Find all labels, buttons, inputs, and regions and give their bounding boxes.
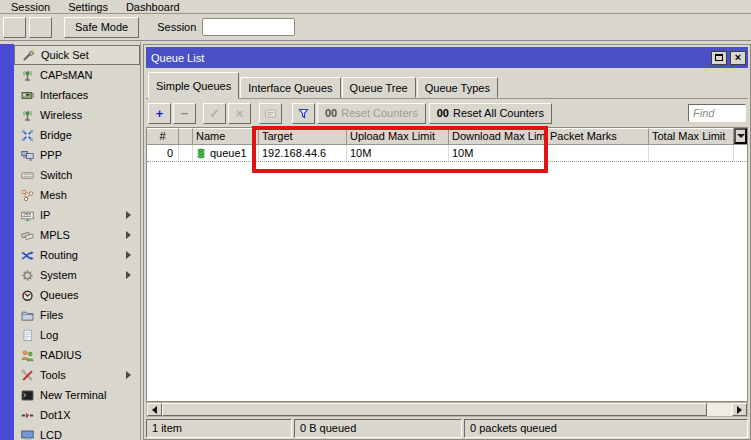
tab-simple-queues[interactable]: Simple Queues — [148, 72, 239, 99]
sidebar-item-label: LCD — [40, 429, 62, 440]
submenu-arrow-icon — [126, 371, 131, 379]
column-header-flags[interactable] — [179, 128, 193, 144]
sidebar-item-quick-set[interactable]: Quick Set — [14, 45, 140, 65]
files-icon — [21, 309, 34, 322]
sidebar-item-label: Wireless — [40, 109, 82, 121]
scroll-left-button[interactable] — [147, 403, 162, 416]
sidebar-item-label: Files — [40, 309, 63, 321]
mesh-icon — [21, 189, 34, 202]
redo-arrow-icon — [34, 21, 47, 34]
sidebar-item-radius[interactable]: RADIUS — [14, 345, 140, 365]
maximize-icon — [715, 54, 723, 61]
sidebar-item-label: Quick Set — [41, 49, 89, 61]
safe-mode-button[interactable]: Safe Mode — [64, 17, 139, 38]
mpls-icon — [21, 229, 34, 242]
reset-all-counters-button[interactable]: 00 Reset All Counters — [429, 103, 552, 124]
submenu-arrow-icon — [126, 251, 131, 259]
table-row[interactable]: 0queue1192.168.44.610M10M — [147, 145, 747, 162]
sidebar-item-queues[interactable]: Queues — [14, 285, 140, 305]
reset-all-counters-icon: 00 — [437, 107, 449, 119]
sidebar-item-interfaces[interactable]: Interfaces — [14, 85, 140, 105]
horizontal-scrollbar[interactable] — [146, 402, 748, 417]
scrollbar-track[interactable] — [707, 403, 732, 416]
sidebar-item-wireless[interactable]: Wireless — [14, 105, 140, 125]
sidebar-item-label: PPP — [40, 149, 62, 161]
interfaces-icon — [21, 89, 34, 102]
cell-text: 10M — [350, 147, 371, 159]
tab-queue-types[interactable]: Queue Types — [417, 77, 498, 98]
sidebar-item-switch[interactable]: Switch — [14, 165, 140, 185]
submenu-arrow-icon — [126, 271, 131, 279]
system-icon — [21, 269, 34, 282]
table-header-row: #NameTargetUpload Max LimitDownload Max … — [147, 128, 747, 145]
reset-counters-button[interactable]: 00 Reset Counters — [317, 103, 426, 124]
sidebar-item-dot1x[interactable]: Dot1X — [14, 405, 140, 425]
filter-icon — [297, 107, 310, 120]
sidebar-item-label: Interfaces — [40, 89, 88, 101]
tab-strip: Simple QueuesInterface QueuesQueue TreeQ… — [146, 70, 748, 99]
filter-button[interactable] — [292, 103, 315, 124]
sidebar-item-tools[interactable]: Tools — [14, 365, 140, 385]
status-1-item: 1 item — [146, 419, 292, 438]
undo-arrow-icon — [8, 21, 21, 34]
sidebar-item-new-terminal[interactable]: New Terminal — [14, 385, 140, 405]
sidebar-item-mpls[interactable]: MPLS — [14, 225, 140, 245]
sidebar-item-ip[interactable]: 255IP — [14, 205, 140, 225]
scroll-left-icon — [152, 406, 157, 414]
sidebar: Quick SetCAPsMANInterfacesWirelessBridge… — [0, 42, 141, 440]
sidebar-item-files[interactable]: Files — [14, 305, 140, 325]
menu-item-dashboard[interactable]: Dashboard — [117, 1, 189, 13]
sidebar-item-label: IP — [40, 209, 50, 221]
status-bar: 1 item0 B queued0 packets queued — [146, 419, 748, 438]
sidebar-item-label: Bridge — [40, 129, 72, 141]
switch-icon — [21, 169, 34, 182]
submenu-arrow-icon — [126, 211, 131, 219]
sidebar-item-log[interactable]: Log — [14, 325, 140, 345]
add-button[interactable]: + — [148, 103, 171, 124]
undo-button[interactable] — [3, 17, 26, 38]
close-button[interactable]: × — [730, 51, 746, 65]
chevron-down-icon — [737, 134, 745, 138]
menu-item-session[interactable]: Session — [2, 1, 59, 13]
scroll-right-button[interactable] — [732, 403, 747, 416]
tab-queue-tree[interactable]: Queue Tree — [342, 77, 416, 98]
column-header-packet-marks[interactable]: Packet Marks — [547, 128, 649, 144]
sidebar-item-label: Mesh — [40, 189, 67, 201]
redo-button[interactable] — [29, 17, 52, 38]
remove-button[interactable]: − — [173, 103, 196, 124]
window-titlebar[interactable]: Queue List × — [146, 47, 748, 68]
tab-interface-queues[interactable]: Interface Queues — [240, 77, 340, 98]
column-header-total-max-limit[interactable]: Total Max Limit — [649, 128, 734, 144]
column-header-target[interactable]: Target — [259, 128, 347, 144]
sidebar-item-ppp[interactable]: PPP — [14, 145, 140, 165]
sidebar-item-system[interactable]: System — [14, 265, 140, 285]
sidebar-item-routing[interactable]: Routing — [14, 245, 140, 265]
log-icon — [21, 329, 34, 342]
close-icon: × — [735, 52, 741, 63]
find-input[interactable] — [688, 104, 746, 122]
sidebar-item-bridge[interactable]: Bridge — [14, 125, 140, 145]
table-cell — [547, 145, 649, 161]
sidebar-item-mesh[interactable]: Mesh — [14, 185, 140, 205]
disable-button[interactable]: × — [228, 103, 251, 124]
column-header-upload-max-limit[interactable]: Upload Max Limit — [347, 128, 449, 144]
sidebar-item-lcd[interactable]: LCD — [14, 425, 140, 440]
column-header-name[interactable]: Name — [193, 128, 259, 144]
session-field-label: Session — [157, 21, 196, 33]
table-cell — [649, 145, 734, 161]
sidebar-item-label: Log — [40, 329, 58, 341]
queue-icon — [196, 147, 207, 160]
cell-text: 10M — [452, 147, 473, 159]
enable-button[interactable]: ✓ — [203, 103, 226, 124]
scrollbar-thumb[interactable] — [162, 403, 707, 416]
sidebar-item-capsman[interactable]: CAPsMAN — [14, 65, 140, 85]
terminal-icon — [21, 389, 34, 402]
column-header-[interactable]: # — [147, 128, 179, 144]
maximize-button[interactable] — [711, 51, 727, 65]
column-header-download-max-lim[interactable]: Download Max Lim — [449, 128, 547, 144]
session-input[interactable] — [202, 18, 295, 36]
column-select-button[interactable] — [734, 128, 747, 144]
comment-button[interactable] — [259, 103, 282, 124]
reset-counters-label: Reset Counters — [341, 107, 417, 119]
menu-item-settings[interactable]: Settings — [59, 1, 117, 13]
